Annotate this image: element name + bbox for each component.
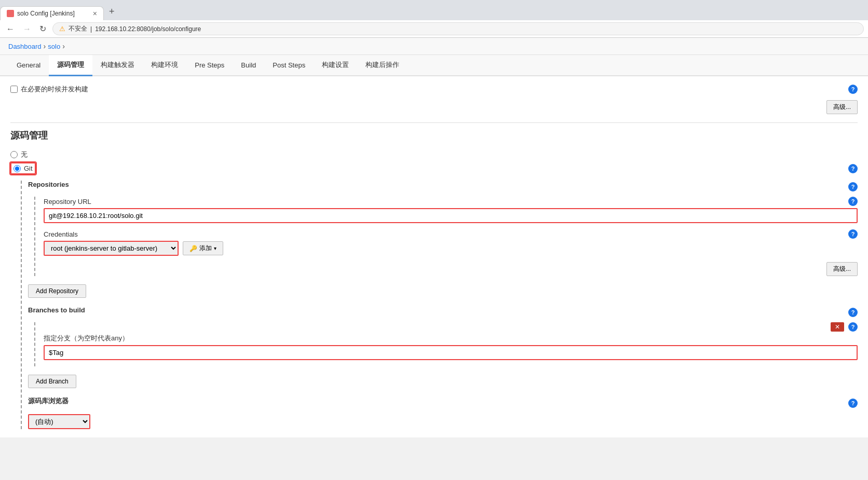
repositories-label: Repositories: [28, 181, 69, 188]
credentials-row: root (jenkins-server to gitlab-server) 🔑…: [44, 241, 858, 256]
security-warning-icon: ⚠: [59, 25, 65, 33]
add-credentials-icon: 🔑: [189, 245, 197, 252]
git-section: Repositories ? Repository URL ? Credenti…: [21, 181, 858, 429]
branch-delete-button[interactable]: ✕: [831, 322, 844, 332]
repositories-block: Repository URL ? Credentials ? root (jen…: [34, 197, 858, 276]
url-bar[interactable]: ⚠ 不安全 | 192.168.10.22:8080/job/solo/conf…: [52, 22, 864, 35]
advanced-btn-row: 高级...: [10, 100, 858, 114]
add-credentials-dropdown-arrow: ▾: [214, 245, 216, 251]
branch-delete-help-icon[interactable]: ?: [848, 322, 858, 332]
credentials-select[interactable]: root (jenkins-server to gitlab-server): [44, 241, 179, 256]
add-credentials-button[interactable]: 🔑 添加 ▾: [183, 241, 223, 255]
scm-git-option[interactable]: Git: [10, 162, 36, 174]
back-button[interactable]: ←: [4, 23, 17, 35]
source-browser-select[interactable]: (自动): [28, 414, 90, 429]
scm-none-radio[interactable]: [10, 151, 18, 158]
branches-help-icon[interactable]: ?: [848, 308, 858, 317]
tab-post-steps[interactable]: Post Steps: [264, 56, 314, 76]
repo-url-input[interactable]: [44, 208, 858, 223]
add-branch-row: Add Branch: [28, 375, 858, 388]
tab-close-button[interactable]: ×: [93, 10, 97, 17]
tab-title: solo Config [Jenkins]: [17, 10, 90, 17]
tab-build-settings[interactable]: 构建设置: [314, 55, 357, 76]
scm-git-radio[interactable]: [13, 165, 21, 172]
warning-text: 不安全: [69, 24, 87, 33]
tab-build[interactable]: Build: [233, 56, 264, 76]
content-area: 在必要的时候并发构建 ? 高级... 源码管理 无 Git: [0, 76, 868, 437]
concurrent-build-label: 在必要的时候并发构建: [21, 85, 88, 94]
new-tab-button[interactable]: +: [104, 3, 120, 20]
tab-environment[interactable]: 构建环境: [143, 55, 186, 76]
credentials-group: Credentials ? root (jenkins-server to gi…: [44, 229, 858, 256]
source-browser-help-icon[interactable]: ?: [848, 399, 858, 408]
scm-options: 无 Git ?: [10, 150, 858, 174]
branches-label: Branches to build: [28, 306, 85, 314]
credentials-label-row: Credentials ?: [44, 229, 858, 239]
reload-button[interactable]: ↻: [37, 23, 48, 35]
branch-field-label: 指定分支（为空时代表any）: [44, 334, 129, 343]
browser-tab[interactable]: solo Config [Jenkins] ×: [0, 6, 104, 20]
git-help-icon[interactable]: ?: [848, 164, 858, 173]
concurrent-build-row: 在必要的时候并发构建 ?: [10, 85, 858, 94]
source-browser-row: (自动): [28, 414, 858, 429]
tab-favicon: [7, 10, 14, 17]
forward-button[interactable]: →: [21, 23, 33, 35]
main-content: General 源码管理 构建触发器 构建环境 Pre Steps Build …: [0, 55, 868, 437]
repo-url-label: Repository URL: [44, 198, 91, 205]
credentials-help-icon[interactable]: ?: [848, 229, 858, 239]
tab-triggers[interactable]: 构建触发器: [92, 55, 143, 76]
url-separator: |: [90, 25, 92, 33]
breadcrumb-sep1: ›: [44, 42, 46, 50]
repo-url-label-row: Repository URL ?: [44, 197, 858, 206]
source-browser-label: 源码库浏览器: [28, 396, 69, 406]
browser-address-bar: ← → ↻ ⚠ 不安全 | 192.168.10.22:8080/job/sol…: [0, 20, 868, 38]
concurrent-help-icon[interactable]: ?: [848, 85, 858, 94]
repo-advanced-button[interactable]: 高级...: [826, 262, 858, 276]
breadcrumb-sep2: ›: [62, 42, 65, 50]
credentials-label: Credentials: [44, 230, 78, 238]
add-branch-button[interactable]: Add Branch: [28, 375, 76, 388]
concurrent-build-checkbox[interactable]: [10, 86, 18, 93]
add-repository-row: Add Repository: [28, 284, 858, 298]
advanced-button-top[interactable]: 高级...: [826, 100, 858, 114]
branches-block: ✕ ? 指定分支（为空时代表any）: [34, 322, 858, 366]
section-title: 源码管理: [10, 122, 858, 142]
tab-post-build[interactable]: 构建后操作: [357, 55, 408, 76]
scm-git-label: Git: [24, 164, 33, 172]
browser-chrome: solo Config [Jenkins] × + ← → ↻ ⚠ 不安全 | …: [0, 0, 868, 38]
tabs-bar: General 源码管理 构建触发器 构建环境 Pre Steps Build …: [0, 55, 868, 76]
repo-url-help-icon[interactable]: ?: [848, 197, 858, 206]
breadcrumb-dashboard[interactable]: Dashboard: [8, 43, 42, 50]
add-credentials-label: 添加: [199, 244, 212, 253]
tab-pre-steps[interactable]: Pre Steps: [186, 56, 233, 76]
browser-tab-bar: solo Config [Jenkins] × +: [0, 0, 868, 20]
url-text: 192.168.10.22:8080/job/solo/configure: [95, 25, 201, 33]
scm-none-option[interactable]: 无: [10, 150, 858, 159]
tab-scm[interactable]: 源码管理: [49, 55, 92, 76]
add-repository-button[interactable]: Add Repository: [28, 284, 86, 298]
breadcrumb: Dashboard › solo ›: [0, 38, 868, 55]
repo-advanced-row: 高级...: [44, 262, 858, 276]
breadcrumb-solo[interactable]: solo: [48, 43, 60, 50]
repo-url-group: Repository URL ?: [44, 197, 858, 223]
scm-none-label: 无: [21, 150, 28, 159]
repositories-help-icon[interactable]: ?: [848, 182, 858, 191]
branch-input[interactable]: [44, 345, 858, 360]
tab-general[interactable]: General: [8, 56, 49, 76]
branch-field-label-row: 指定分支（为空时代表any）: [44, 334, 858, 343]
